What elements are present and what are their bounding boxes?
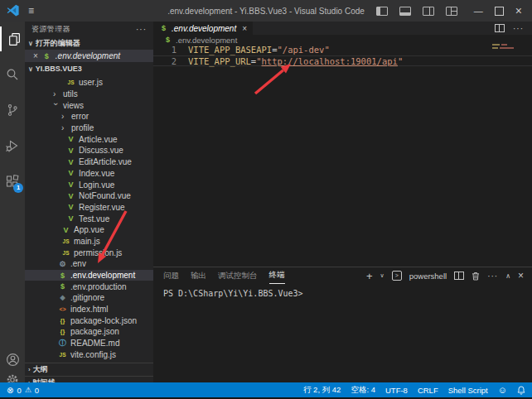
file-Article.vue[interactable]: VArticle.vue bbox=[25, 133, 153, 145]
close-panel-icon[interactable]: × bbox=[518, 270, 524, 281]
panel-tab-问题[interactable]: 问题 bbox=[163, 268, 179, 284]
file-Register.vue[interactable]: VRegister.vue bbox=[25, 202, 153, 214]
file-.env[interactable]: ⚙.env bbox=[25, 258, 153, 270]
kill-terminal-icon[interactable] bbox=[472, 272, 480, 281]
code-line-1[interactable]: 1VITE_APP_BASEAPI="/api-dev" bbox=[153, 45, 532, 55]
notifications-bell-icon[interactable] bbox=[517, 386, 525, 395]
folder-profile[interactable]: ›profile bbox=[25, 123, 153, 134]
file-Index.vue[interactable]: VIndex.vue bbox=[25, 168, 153, 180]
terminal[interactable]: PS D:\CSharp\Yi\Yi.BBS.Vue3> bbox=[163, 289, 532, 298]
maximize-button[interactable] bbox=[495, 7, 504, 16]
open-editors-label: 打开的编辑器 bbox=[36, 38, 80, 49]
open-editors-section[interactable]: ∨ 打开的编辑器 bbox=[25, 36, 153, 50]
shell-file-icon: $ bbox=[159, 24, 168, 32]
file-NotFound.vue[interactable]: VNotFound.vue bbox=[25, 190, 153, 202]
folder-views[interactable]: ›views bbox=[25, 99, 153, 111]
close-button[interactable]: × bbox=[515, 4, 522, 17]
explorer-icon[interactable] bbox=[0, 26, 27, 51]
minimize-button[interactable]: — bbox=[474, 6, 483, 16]
file-label: App.vue bbox=[74, 225, 104, 234]
settings-file-icon: ⚙ bbox=[58, 260, 67, 268]
file-README.md[interactable]: ⓘREADME.md bbox=[25, 338, 153, 349]
file-main.js[interactable]: JSmain.js bbox=[25, 236, 153, 248]
file-.env.development[interactable]: $.env.development bbox=[25, 270, 153, 281]
tab-label: .env.development bbox=[172, 24, 236, 33]
file-user.js[interactable]: JSuser.js bbox=[25, 77, 153, 89]
close-icon[interactable]: × bbox=[33, 51, 38, 60]
split-terminal-icon[interactable] bbox=[454, 272, 464, 280]
shell-label[interactable]: powershell bbox=[409, 272, 447, 281]
chevron-right-icon: › bbox=[61, 112, 68, 121]
vue-file-icon: V bbox=[66, 203, 75, 211]
file-package-lock.json[interactable]: {}package-lock.json bbox=[25, 315, 153, 326]
status-item-4[interactable]: Shell Script bbox=[448, 386, 488, 395]
run-debug-icon[interactable] bbox=[0, 133, 25, 158]
file-label: profile bbox=[71, 123, 94, 132]
file-package.json[interactable]: {}package.json bbox=[25, 326, 153, 338]
file-Login.vue[interactable]: VLogin.vue bbox=[25, 179, 153, 190]
file-label: Index.vue bbox=[79, 169, 114, 178]
status-item-2[interactable]: UTF-8 bbox=[385, 386, 408, 395]
search-icon[interactable] bbox=[0, 62, 25, 87]
menu-icon[interactable]: ≡ bbox=[28, 5, 34, 17]
file-Test.vue[interactable]: VTest.vue bbox=[25, 213, 153, 224]
terminal-dropdown-icon[interactable]: ∨ bbox=[380, 272, 384, 279]
vue-file-icon: V bbox=[66, 158, 75, 166]
file-permission.js[interactable]: JSpermission.js bbox=[25, 247, 153, 258]
code-editor[interactable]: 1VITE_APP_BASEAPI="/api-dev"2VITE_APP_UR… bbox=[153, 45, 532, 66]
breadcrumb[interactable]: $ .env.development bbox=[153, 35, 532, 45]
problems-status[interactable]: ⊗ 0 ⚠ 0 bbox=[7, 386, 39, 395]
status-item-1[interactable]: 空格: 4 bbox=[351, 385, 375, 396]
outline-section[interactable]: › 大纲 bbox=[25, 363, 153, 376]
extensions-icon[interactable]: 1 bbox=[0, 169, 25, 194]
panel-more-icon[interactable]: ··· bbox=[487, 272, 498, 281]
status-item-0[interactable]: 行 2, 列 42 bbox=[303, 385, 341, 396]
folder-error[interactable]: ›error bbox=[25, 111, 153, 123]
panel-tab-调试控制台[interactable]: 调试控制台 bbox=[218, 268, 258, 284]
warnings-count: 0 bbox=[35, 386, 39, 395]
code-token: VITE_APP_BASEAPI bbox=[188, 45, 272, 55]
status-item-3[interactable]: CRLF bbox=[418, 386, 438, 395]
vue-file-icon: V bbox=[66, 147, 75, 155]
panel-actions: + ∨ > powershell ··· ∧ × bbox=[366, 270, 532, 282]
toggle-sidebar-icon[interactable] bbox=[376, 7, 388, 16]
panel-tab-输出[interactable]: 输出 bbox=[191, 268, 206, 284]
split-editor-icon[interactable] bbox=[495, 24, 505, 32]
toggle-secondary-sidebar-icon[interactable] bbox=[423, 7, 434, 16]
file-EditArticle.vue[interactable]: VEditArticle.vue bbox=[25, 156, 153, 168]
shell-file-icon: $ bbox=[42, 52, 51, 60]
project-section-header[interactable]: ∨ YI.BBS.VUE3 bbox=[25, 62, 153, 75]
folder-utils[interactable]: ›utils bbox=[25, 89, 153, 100]
file-.gitignore[interactable]: ◆.gitignore bbox=[25, 292, 153, 304]
vue-file-icon: V bbox=[66, 192, 75, 200]
maximize-panel-icon[interactable]: ∧ bbox=[505, 272, 510, 280]
code-line-2[interactable]: 2VITE_APP_URL="http://localhost:19001/ap… bbox=[153, 55, 532, 66]
shell-file-icon: $ bbox=[58, 272, 67, 280]
chevron-right-icon: › bbox=[28, 366, 31, 373]
new-terminal-icon[interactable]: + bbox=[366, 270, 373, 282]
json-file-icon: {} bbox=[58, 328, 67, 335]
source-control-icon[interactable] bbox=[0, 98, 25, 123]
vscode-logo-icon bbox=[7, 4, 20, 17]
file-tree: JSuser.js›utils›views›error›profileVArti… bbox=[25, 77, 153, 360]
file-vite.config.js[interactable]: JSvite.config.js bbox=[25, 349, 153, 361]
customize-layout-icon[interactable] bbox=[446, 7, 457, 16]
feedback-icon[interactable]: ☺ bbox=[498, 385, 507, 395]
editor-more-icon[interactable]: ··· bbox=[513, 24, 524, 33]
file-label: .gitignore bbox=[70, 293, 104, 302]
open-editor-item[interactable]: × $ .env.development bbox=[25, 50, 153, 62]
minimap[interactable] bbox=[492, 44, 519, 50]
file-.env.production[interactable]: $.env.production bbox=[25, 281, 153, 292]
file-label: .env bbox=[70, 259, 86, 268]
close-icon[interactable]: × bbox=[242, 24, 247, 33]
explorer-more-icon[interactable]: ··· bbox=[136, 25, 147, 34]
activity-bar: 1 bbox=[0, 22, 25, 382]
panel-tab-终端[interactable]: 终端 bbox=[269, 267, 285, 284]
vue-file-icon: V bbox=[66, 214, 75, 223]
toggle-panel-icon[interactable] bbox=[399, 7, 411, 16]
tab-env-development[interactable]: $ .env.development × bbox=[153, 22, 253, 35]
file-index.html[interactable]: <>index.html bbox=[25, 304, 153, 315]
file-App.vue[interactable]: VApp.vue bbox=[25, 224, 153, 236]
file-Discuss.vue[interactable]: VDiscuss.vue bbox=[25, 145, 153, 156]
timeline-section[interactable]: › 时间线 bbox=[25, 376, 153, 382]
